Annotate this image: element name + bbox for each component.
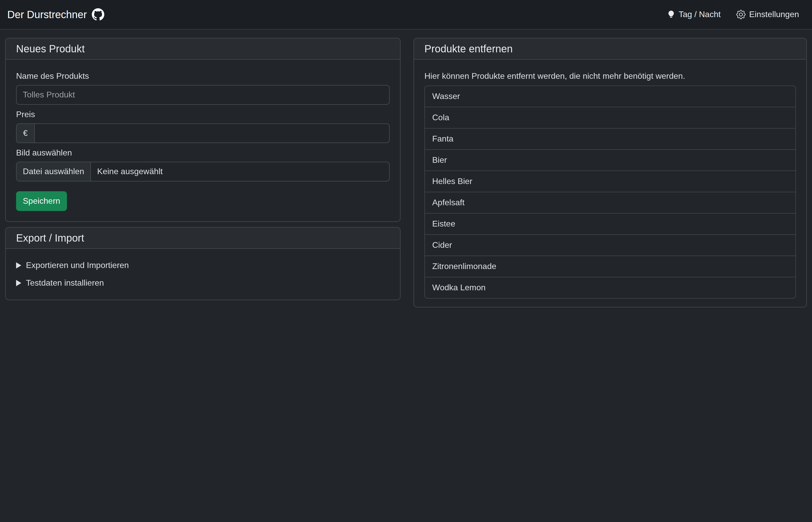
collapsed-triangle-icon [16,280,21,286]
image-label: Bild auswählen [16,147,390,159]
price-field: Preis € [16,108,390,143]
file-status-text: Keine ausgewählt [91,162,169,181]
navbar-brand: Der Durstrechner [7,8,104,21]
product-list-item[interactable]: Helles Bier [425,170,795,192]
left-column: Neues Produkt Name des Produkts Preis € [5,38,401,300]
price-input-group: € [16,123,390,143]
remove-products-description: Hier können Produkte entfernt werden, di… [424,70,796,82]
image-file-input[interactable]: Datei auswählen Keine ausgewählt [16,162,390,181]
remove-products-card: Produkte entfernen Hier können Produkte … [413,38,807,307]
lightbulb-icon [667,9,675,20]
collapsible-section-toggle[interactable]: Testdaten installieren [16,277,390,289]
navbar: Der Durstrechner Tag / Nacht E [0,0,812,29]
product-list-item[interactable]: Cola [425,107,795,128]
remove-products-card-body: Hier können Produkte entfernt werden, di… [414,60,806,307]
navbar-menu: Tag / Nacht Einstellungen [667,9,799,20]
app-root: Der Durstrechner Tag / Nacht E [0,0,812,522]
new-product-title: Neues Produkt [16,42,390,55]
new-product-card-header: Neues Produkt [6,38,400,60]
export-import-card-body: Exportieren und Importieren Testdaten in… [6,249,400,300]
collapsible-section-label: Testdaten installieren [26,277,104,289]
collapsed-triangle-icon [16,262,21,268]
remove-products-title: Produkte entfernen [424,42,796,55]
price-input[interactable] [34,123,390,143]
github-icon [92,8,104,21]
right-column: Produkte entfernen Hier können Produkte … [413,38,807,307]
gear-icon [736,10,746,19]
product-list-item[interactable]: Apfelsaft [425,192,795,213]
export-import-title: Export / Import [16,232,390,244]
product-list-item[interactable]: Eistee [425,213,795,234]
currency-prefix: € [16,123,34,143]
settings-link[interactable]: Einstellungen [736,10,799,19]
product-name-input[interactable] [16,85,390,105]
settings-label: Einstellungen [749,10,799,19]
export-import-card-header: Export / Import [6,227,400,249]
collapsible-section-label: Exportieren und Importieren [26,259,129,272]
app-title: Der Durstrechner [7,8,87,21]
export-import-card: Export / Import Exportieren und Importie… [5,227,401,300]
remove-products-card-header: Produkte entfernen [414,38,806,60]
product-list-item[interactable]: Fanta [425,128,795,149]
theme-toggle-link[interactable]: Tag / Nacht [667,9,721,20]
save-button[interactable]: Speichern [16,191,67,211]
new-product-card-body: Name des Produkts Preis € Bild auswählen [6,60,400,221]
image-field: Bild auswählen Datei auswählen Keine aus… [16,147,390,181]
product-list-item[interactable]: Wodka Lemon [425,277,795,298]
main-content: Neues Produkt Name des Produkts Preis € [0,29,812,307]
product-list-item[interactable]: Bier [425,149,795,170]
new-product-card: Neues Produkt Name des Produkts Preis € [5,38,401,222]
product-list-item[interactable]: Zitronenlimonade [425,256,795,277]
product-name-field: Name des Produkts [16,70,390,105]
collapsible-section-toggle[interactable]: Exportieren und Importieren [16,259,390,272]
theme-toggle-label: Tag / Nacht [679,10,721,19]
file-choose-button[interactable]: Datei auswählen [17,162,91,181]
product-list-item[interactable]: Wasser [425,86,795,107]
price-label: Preis [16,108,390,121]
product-name-label: Name des Produkts [16,70,390,82]
github-link[interactable] [92,8,104,21]
product-list-item[interactable]: Cider [425,234,795,256]
product-list: WasserColaFantaBierHelles BierApfelsaftE… [424,85,796,299]
